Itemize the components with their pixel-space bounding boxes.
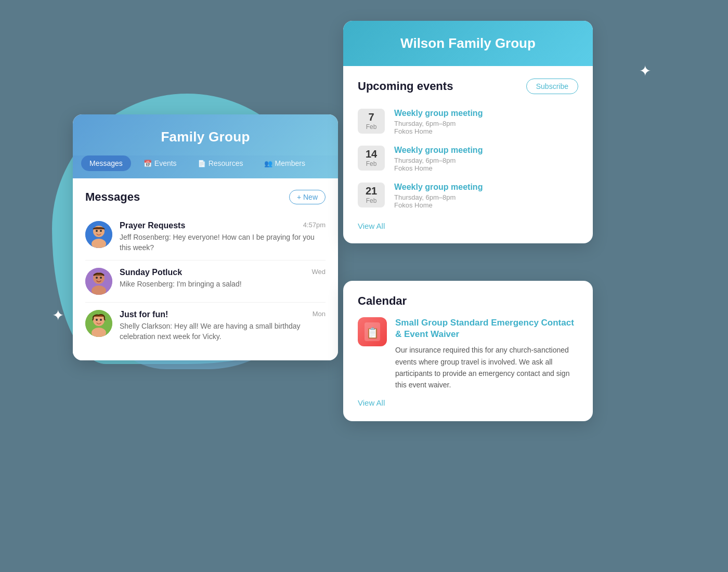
members-icon: 👥 (264, 160, 272, 167)
message-subject-prayer: Prayer Requests (120, 221, 185, 230)
message-item-fun[interactable]: Just for fun! Mon Shelly Clarkson: Hey a… (85, 303, 326, 349)
tab-resources[interactable]: 📄 Resources (189, 155, 252, 171)
resource-pdf-icon: 📋 (358, 317, 387, 346)
message-top-prayer: Prayer Requests 4:57pm (120, 221, 326, 230)
svg-point-9 (100, 277, 102, 279)
event-item-2[interactable]: 14 Feb Weekly group meeting Thursday, 6p… (358, 140, 578, 177)
events-icon: 📅 (144, 160, 152, 167)
sparkle-left-icon: ✦ (52, 307, 64, 324)
event-month-2: Feb (360, 160, 383, 167)
calendar-card: Calendar 📋 Small Group Standard Emergenc… (343, 281, 593, 421)
event-name-3: Weekly group meeting (394, 183, 578, 192)
event-details-1: Weekly group meeting Thursday, 6pm–8pm F… (394, 109, 578, 135)
wilson-family-card: Wilson Family Group Upcoming events Subs… (343, 21, 593, 243)
family-group-card: Family Group Messages 📅 Events 📄 Resourc… (73, 114, 338, 360)
message-time-potluck: Wed (312, 268, 326, 276)
message-top-potluck: Sunday Potluck Wed (120, 268, 326, 277)
event-time-1: Thursday, 6pm–8pm (394, 120, 578, 127)
new-message-button[interactable]: + New (289, 190, 326, 204)
subscribe-button[interactable]: Subscribe (526, 79, 578, 94)
event-name-2: Weekly group meeting (394, 146, 578, 155)
message-preview-potluck: Mike Rosenberg: I'm bringing a salad! (120, 279, 326, 290)
message-time-prayer: 4:57pm (303, 221, 326, 229)
svg-point-8 (96, 277, 98, 279)
event-day-2: 14 (360, 149, 383, 159)
tab-events[interactable]: 📅 Events (135, 155, 185, 171)
calendar-view-all-link[interactable]: View All (358, 398, 385, 407)
tab-messages[interactable]: Messages (81, 155, 131, 171)
event-date-box-3: 21 Feb (358, 183, 385, 207)
event-day-1: 7 (360, 112, 383, 122)
calendar-resource: 📋 Small Group Standard Emergency Contact… (358, 317, 578, 391)
message-content-prayer: Prayer Requests 4:57pm Jeff Rosenberg: H… (120, 221, 326, 253)
event-name-1: Weekly group meeting (394, 109, 578, 118)
family-card-body: Messages + New Prayer Requests 4: (73, 178, 338, 360)
event-details-3: Weekly group meeting Thursday, 6pm–8pm F… (394, 183, 578, 209)
message-content-potluck: Sunday Potluck Wed Mike Rosenberg: I'm b… (120, 268, 326, 290)
upcoming-header: Upcoming events Subscribe (358, 79, 578, 94)
event-item-1[interactable]: 7 Feb Weekly group meeting Thursday, 6pm… (358, 103, 578, 140)
svg-point-3 (96, 230, 98, 232)
family-card-header: Family Group (73, 114, 338, 155)
event-location-3: Fokos Home (394, 201, 578, 209)
event-day-3: 21 (360, 186, 383, 196)
resources-icon: 📄 (198, 160, 206, 167)
avatar-shelly (85, 310, 112, 337)
wilson-card-title: Wilson Family Group (359, 35, 577, 51)
message-subject-potluck: Sunday Potluck (120, 268, 182, 277)
message-item-prayer[interactable]: Prayer Requests 4:57pm Jeff Rosenberg: H… (85, 214, 326, 261)
resource-description: Our insurance required this for any chur… (395, 344, 578, 391)
tab-events-label: Events (154, 159, 177, 167)
message-preview-prayer: Jeff Rosenberg: Hey everyone! How can I … (120, 232, 326, 253)
tab-resources-label: Resources (209, 159, 243, 167)
avatar-jeff (85, 221, 112, 248)
resource-content: Small Group Standard Emergency Contact &… (395, 317, 578, 391)
event-location-1: Fokos Home (394, 127, 578, 135)
event-time-2: Thursday, 6pm–8pm (394, 157, 578, 164)
event-location-2: Fokos Home (394, 164, 578, 172)
family-card-title: Family Group (88, 129, 322, 145)
messages-section-title: Messages (85, 190, 140, 204)
tab-members-label: Members (275, 159, 305, 167)
messages-header: Messages + New (85, 190, 326, 204)
event-time-3: Thursday, 6pm–8pm (394, 193, 578, 201)
tab-messages-label: Messages (89, 159, 123, 167)
event-date-box-1: 7 Feb (358, 109, 385, 134)
tab-members[interactable]: 👥 Members (256, 155, 314, 171)
sparkle-top-right-icon: ✦ (639, 62, 651, 80)
svg-point-13 (96, 319, 98, 321)
event-details-2: Weekly group meeting Thursday, 6pm–8pm F… (394, 146, 578, 172)
event-item-3[interactable]: 21 Feb Weekly group meeting Thursday, 6p… (358, 177, 578, 214)
calendar-title: Calendar (358, 294, 578, 308)
message-preview-fun: Shelly Clarkson: Hey all! We are having … (120, 321, 326, 342)
event-month-3: Feb (360, 197, 383, 204)
family-card-tabs: Messages 📅 Events 📄 Resources 👥 Members (73, 155, 338, 178)
svg-text:📋: 📋 (366, 327, 379, 339)
svg-point-4 (100, 230, 102, 232)
message-top-fun: Just for fun! Mon (120, 310, 326, 319)
wilson-view-all-link[interactable]: View All (358, 222, 385, 230)
upcoming-title: Upcoming events (358, 80, 453, 93)
avatar-mike (85, 268, 112, 295)
message-content-fun: Just for fun! Mon Shelly Clarkson: Hey a… (120, 310, 326, 342)
message-subject-fun: Just for fun! (120, 310, 168, 319)
resource-name: Small Group Standard Emergency Contact &… (395, 317, 578, 340)
wilson-card-body: Upcoming events Subscribe 7 Feb Weekly g… (343, 66, 593, 243)
wilson-card-header: Wilson Family Group (343, 21, 593, 66)
message-item-potluck[interactable]: Sunday Potluck Wed Mike Rosenberg: I'm b… (85, 261, 326, 303)
svg-point-14 (100, 319, 102, 321)
message-time-fun: Mon (313, 310, 326, 318)
event-date-box-2: 14 Feb (358, 146, 385, 171)
event-month-1: Feb (360, 123, 383, 131)
